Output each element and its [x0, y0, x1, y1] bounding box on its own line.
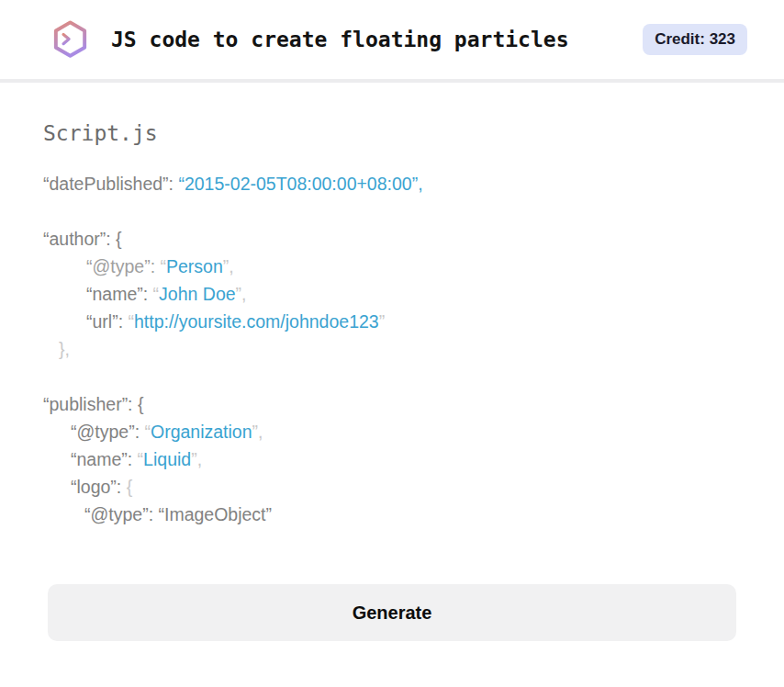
code-token: “@type”: — [71, 422, 144, 442]
generate-button[interactable]: Generate — [48, 584, 736, 641]
code-line: “author”: { — [43, 225, 741, 253]
code-token: ” — [379, 311, 386, 332]
code-token: “author”: { — [43, 229, 122, 249]
code-block: “datePublished”: “2015-02-05T08:00:00+08… — [43, 170, 741, 528]
code-token: John Doe — [159, 284, 235, 304]
code-token: “url”: — [86, 311, 129, 332]
code-token: }, — [59, 339, 70, 359]
code-line: “name”: “John Doe”, — [43, 280, 741, 308]
code-line: “publisher”: { — [43, 390, 741, 418]
code-token: “2015-02-05T08:00:00+08:00”, — [178, 174, 422, 194]
header: JS code to create floating particles Cre… — [0, 0, 784, 83]
code-token: “name”: — [71, 449, 138, 469]
code-token: “@type”: “ImageObject” — [84, 504, 272, 524]
code-token: { — [127, 477, 133, 497]
terminal-prompt-hexagon-icon — [51, 19, 89, 61]
code-line: “@type”: “ImageObject” — [43, 501, 741, 528]
code-line: “name”: “Liquid”, — [43, 445, 741, 473]
code-token: http://yoursite.com/johndoe123 — [134, 311, 379, 332]
code-token: “@type”: — [86, 256, 160, 276]
code-token: Organization — [151, 422, 252, 442]
credit-badge: Credit: 323 — [643, 24, 747, 55]
code-line-blank — [43, 197, 741, 225]
code-token: “publisher”: { — [43, 394, 143, 414]
code-line: “logo”: { — [43, 473, 741, 501]
code-token: “logo”: — [71, 477, 127, 497]
code-line: “url”: “http://yoursite.com/johndoe123” — [43, 308, 741, 335]
code-line: “@type”: “Organization”, — [43, 418, 741, 445]
code-token: “name”: — [86, 284, 153, 304]
code-token: ”, — [191, 449, 202, 469]
app-window: JS code to create floating particles Cre… — [0, 0, 784, 687]
page-title: JS code to create floating particles — [111, 28, 569, 51]
code-panel: Script.js “datePublished”: “2015-02-05T0… — [0, 120, 784, 641]
code-token: “datePublished”: — [43, 174, 178, 194]
code-token: ”, — [252, 422, 263, 442]
code-line: “datePublished”: “2015-02-05T08:00:00+08… — [43, 170, 741, 197]
code-line: “@type”: “Person”, — [43, 253, 741, 280]
file-title: Script.js — [43, 120, 741, 146]
code-line-blank — [43, 363, 741, 390]
code-token: Liquid — [143, 449, 191, 469]
code-line: }, — [43, 335, 741, 363]
code-token: ”, — [236, 284, 247, 304]
code-token: Person — [166, 256, 223, 276]
code-token: ”, — [223, 256, 234, 276]
